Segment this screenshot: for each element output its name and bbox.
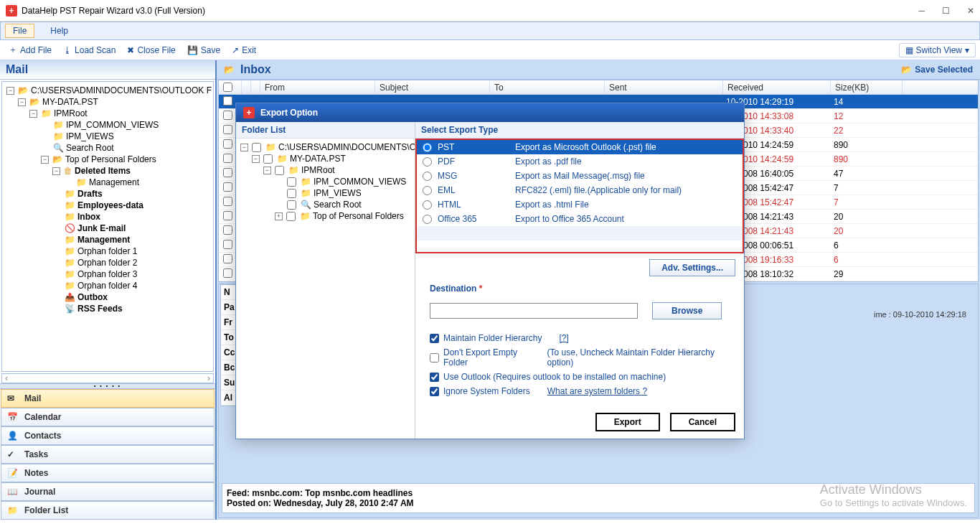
splitter[interactable]: • • • • • (0, 383, 215, 389)
column-header[interactable]: To (490, 80, 605, 94)
row-checkbox[interactable] (223, 225, 232, 235)
expand-icon[interactable]: − (18, 98, 26, 106)
menu-file[interactable]: File (5, 24, 34, 38)
save-selected-button[interactable]: 📂Save Selected (901, 65, 973, 75)
use-outlook-checkbox[interactable]: Use Outlook (Requires outlook to be inst… (430, 370, 730, 384)
select-all-checkbox[interactable] (223, 83, 232, 92)
tree-node[interactable]: −🗑Deleted Items (2, 165, 213, 177)
hierarchy-help-link[interactable]: [?] (559, 333, 568, 343)
tree-node[interactable]: 📁Orphan folder 2 (2, 257, 213, 268)
row-checkbox[interactable] (223, 154, 232, 163)
tree-node[interactable]: 📁Orphan folder 1 (2, 245, 213, 257)
tree-node[interactable]: 📁IPM_VIEWS (2, 131, 213, 142)
tree-node[interactable]: 📁Drafts (2, 188, 213, 200)
row-checkbox[interactable] (223, 96, 232, 106)
tree-node[interactable]: −📂MY-DATA.PST (2, 96, 213, 108)
expand-icon[interactable]: − (52, 167, 60, 175)
tree-node[interactable]: 🚫Junk E-mail (2, 223, 213, 234)
tree-node[interactable]: 📤Outbox (2, 291, 213, 303)
sidebar-item-calendar[interactable]: 📅Calendar (1, 408, 215, 426)
export-option-eml[interactable]: EMLRFC822 (.eml) file.(Applicable only f… (417, 183, 743, 197)
tree-node[interactable]: −📂C:\USERS\ADMIN\DOCUMENTS\OUTLOOK F (2, 85, 213, 96)
add-file-button[interactable]: ＋Add File (4, 42, 56, 57)
tree-node[interactable]: 📁IPM_COMMON_VIEWS (236, 176, 415, 187)
export-option-pdf[interactable]: PDFExport as .pdf file (417, 154, 743, 169)
scroll-left-icon[interactable]: ‹ (2, 373, 11, 383)
row-checkbox[interactable] (223, 125, 232, 134)
row-checkbox[interactable] (223, 240, 232, 249)
tree-checkbox[interactable] (252, 143, 261, 152)
column-header[interactable] (251, 80, 260, 94)
tree-node[interactable]: 📁IPM_VIEWS (236, 187, 415, 199)
tree-node[interactable]: −📂Top of Personal Folders (2, 154, 213, 165)
tree-node[interactable]: 📁Orphan folder 3 (2, 268, 213, 280)
expand-icon[interactable]: + (275, 212, 283, 220)
column-header[interactable]: From (260, 80, 375, 94)
cancel-button[interactable]: Cancel (670, 413, 735, 431)
minimize-icon[interactable]: ─ (918, 6, 925, 16)
tree-node[interactable]: +📁Top of Personal Folders (236, 210, 415, 222)
expand-icon[interactable]: − (41, 156, 49, 164)
export-option-office365[interactable]: Office 365Export to Office 365 Account (417, 212, 743, 226)
sidebar-item-notes[interactable]: 📝Notes (1, 464, 215, 482)
export-option-html[interactable]: HTMLExport as .html File (417, 197, 743, 212)
tree-node[interactable]: −📁C:\USERS\ADMIN\DOCUMENTS\O (236, 141, 415, 153)
column-header[interactable] (219, 80, 242, 94)
expand-icon[interactable]: − (29, 110, 37, 118)
row-checkbox[interactable] (223, 254, 232, 263)
adv-settings-button[interactable]: Adv. Settings... (649, 259, 735, 276)
column-header[interactable]: Received (723, 80, 831, 94)
maintain-hierarchy-checkbox[interactable]: Maintain Folder Hierarchy[?] (430, 331, 730, 345)
tree-checkbox[interactable] (287, 177, 296, 187)
tree-node[interactable]: −📁IPMRoot (2, 108, 213, 119)
tree-node[interactable]: 📁Employees-data (2, 200, 213, 211)
menu-help[interactable]: Help (43, 24, 75, 37)
ignore-system-checkbox[interactable]: Ignore System FoldersWhat are system fol… (430, 384, 730, 398)
tree-node[interactable]: 🔍Search Root (236, 199, 415, 210)
tree-node[interactable]: −📁MY-DATA.PST (236, 153, 415, 164)
tree-node[interactable]: 🔍Search Root (2, 142, 213, 154)
row-checkbox[interactable] (223, 111, 232, 120)
expand-icon[interactable]: − (263, 167, 271, 174)
system-folders-link[interactable]: What are system folders ? (547, 386, 647, 396)
maximize-icon[interactable]: ☐ (942, 6, 950, 16)
tree-node[interactable]: −📁IPMRoot (236, 164, 415, 176)
tree-checkbox[interactable] (287, 189, 296, 198)
export-option-pst[interactable]: PSTExport as Microsoft Outlook (.pst) fi… (417, 140, 743, 154)
column-header[interactable]: Size(KB) (831, 80, 903, 94)
save-button[interactable]: 💾Save (183, 44, 225, 57)
tree-node[interactable]: 📁Management (2, 234, 213, 245)
folder-tree[interactable]: −📂C:\USERS\ADMIN\DOCUMENTS\OUTLOOK F−📂MY… (1, 81, 214, 372)
column-header[interactable]: Sent (605, 80, 723, 94)
row-checkbox[interactable] (223, 168, 232, 177)
tree-node[interactable]: 📁Inbox (2, 211, 213, 223)
tree-checkbox[interactable] (275, 166, 284, 175)
sidebar-item-contacts[interactable]: 👤Contacts (1, 426, 215, 445)
row-checkbox[interactable] (223, 139, 232, 149)
destination-input[interactable] (430, 303, 638, 319)
close-file-button[interactable]: ✖Close File (123, 44, 179, 57)
sidebar-item-mail[interactable]: ✉Mail (1, 389, 215, 408)
export-button[interactable]: Export (595, 413, 660, 431)
tree-node[interactable]: 📁Orphan folder 4 (2, 280, 213, 291)
modal-folder-tree[interactable]: −📁C:\USERS\ADMIN\DOCUMENTS\O−📁MY-DATA.PS… (236, 139, 415, 253)
tree-checkbox[interactable] (287, 200, 296, 210)
tree-checkbox[interactable] (263, 154, 273, 164)
tree-node[interactable]: 📡RSS Feeds (2, 303, 213, 314)
export-radio[interactable] (423, 200, 432, 210)
export-type-options[interactable]: PSTExport as Microsoft Outlook (.pst) fi… (415, 139, 744, 253)
export-radio[interactable] (423, 172, 432, 181)
tree-node[interactable]: 📁Management (2, 177, 213, 188)
row-checkbox[interactable] (223, 182, 232, 192)
expand-icon[interactable]: − (252, 155, 260, 163)
sidebar-item-tasks[interactable]: ✓Tasks (1, 445, 215, 464)
row-checkbox[interactable] (223, 197, 232, 206)
export-radio[interactable] (423, 157, 432, 167)
scroll-right-icon[interactable]: › (204, 373, 213, 383)
exit-button[interactable]: ↗Exit (227, 44, 260, 57)
column-header[interactable]: Subject (375, 80, 490, 94)
load-scan-button[interactable]: ⭳Load Scan (59, 44, 120, 57)
row-checkbox[interactable] (223, 268, 232, 278)
tree-checkbox[interactable] (286, 212, 296, 221)
export-radio[interactable] (423, 143, 432, 152)
